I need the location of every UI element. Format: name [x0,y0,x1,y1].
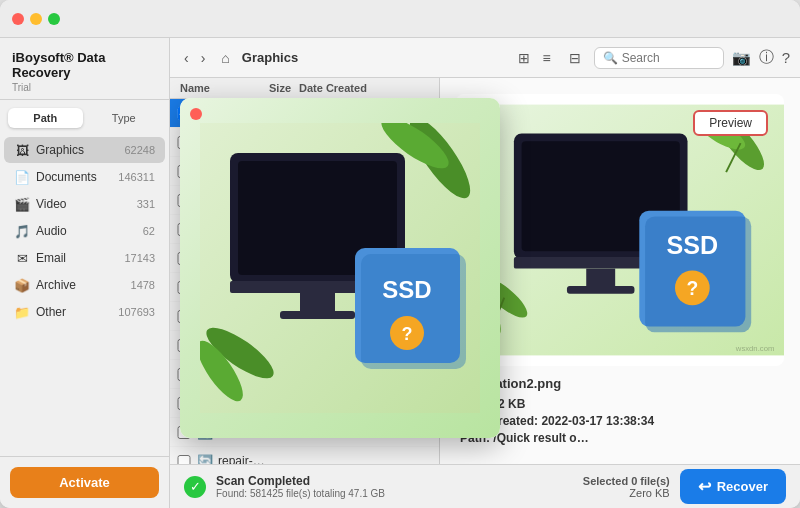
scan-complete-icon: ✓ [184,476,206,498]
date-value: 2022-03-17 13:38:34 [541,414,654,428]
svg-rect-15 [567,286,635,294]
grid-view-button[interactable]: ⊞ [513,48,535,68]
app-title: iBoysoft® Data Recovery [12,50,157,80]
forward-button[interactable]: › [197,48,210,68]
app-trial-label: Trial [12,82,157,93]
svg-text:wsxdn.com: wsxdn.com [735,344,775,353]
close-button[interactable] [12,13,24,25]
filter-button[interactable]: ⊟ [564,48,586,68]
selected-size: Zero KB [583,487,670,499]
sidebar-bottom: Activate [0,456,169,508]
archive-icon: 📦 [14,277,30,293]
titlebar [0,0,800,38]
popup-inner: SSD ? [180,98,500,438]
home-button[interactable]: ⌂ [217,48,233,68]
sidebar-count-documents: 146311 [118,171,155,183]
main-layout: iBoysoft® Data Recovery Trial Path Type … [0,38,800,508]
svg-rect-14 [586,269,615,288]
sidebar-label-documents: Documents [36,170,118,184]
sidebar-items: 🖼 Graphics 62248 📄 Documents 146311 🎬 Vi… [0,132,169,456]
scan-details: Found: 581425 file(s) totaling 47.1 GB [216,488,573,499]
preview-button[interactable]: Preview [693,110,768,136]
sidebar-item-audio[interactable]: 🎵 Audio 62 [4,218,165,244]
sidebar-tabs: Path Type [0,100,169,132]
traffic-lights [12,13,60,25]
sidebar-item-graphics[interactable]: 🖼 Graphics 62248 [4,137,165,163]
svg-text:SSD: SSD [382,276,431,303]
recover-button[interactable]: ↩ Recover [680,469,786,504]
toolbar-nav: ‹ › [180,48,209,68]
selected-count: Selected 0 file(s) [583,475,670,487]
scan-title: Scan Completed [216,474,573,488]
preview-size: Size: 12 KB [460,397,780,411]
recover-label: Recover [717,479,768,494]
sidebar-count-audio: 62 [143,225,155,237]
preview-filename: illustration2.png [460,376,780,391]
maximize-button[interactable] [48,13,60,25]
selected-info: Selected 0 file(s) Zero KB [583,475,670,499]
svg-rect-34 [280,311,355,319]
table-row[interactable]: 🔄 repair-… [170,447,439,464]
col-header-size: Size [231,82,291,94]
file-list-header: Name Size Date Created [170,78,439,99]
search-box: 🔍 [594,47,724,69]
minimize-button[interactable] [30,13,42,25]
preview-info: illustration2.png Size: 12 KB Date Creat… [456,376,784,448]
sidebar-label-archive: Archive [36,278,131,292]
audio-icon: 🎵 [14,223,30,239]
content-area: Name Size Date Created 🖼 illustration2.p… [170,78,800,464]
sidebar-item-video[interactable]: 🎬 Video 331 [4,191,165,217]
search-icon: 🔍 [603,51,618,65]
sidebar-label-other: Other [36,305,118,319]
col-header-date: Date Created [299,82,409,94]
sidebar-label-audio: Audio [36,224,143,238]
bottom-bar: ✓ Scan Completed Found: 581425 file(s) t… [170,464,800,508]
sidebar-item-email[interactable]: ✉ Email 17143 [4,245,165,271]
info-button[interactable]: ⓘ [759,48,774,67]
sidebar-count-other: 107693 [118,306,155,318]
email-icon: ✉ [14,250,30,266]
sidebar: iBoysoft® Data Recovery Trial Path Type … [0,38,170,508]
back-button[interactable]: ‹ [180,48,193,68]
file-checkbox[interactable] [176,455,192,465]
documents-icon: 📄 [14,169,30,185]
scan-info: Scan Completed Found: 581425 file(s) tot… [216,474,573,499]
help-button[interactable]: ? [782,48,790,67]
popup-illustration: SSD ? [200,123,480,413]
other-icon: 📁 [14,304,30,320]
camera-button[interactable]: 📷 [732,48,751,67]
sidebar-count-video: 331 [137,198,155,210]
file-icon: 🔄 [196,452,214,464]
recover-icon: ↩ [698,477,711,496]
preview-path: Path: /Quick result o… [460,431,780,445]
file-name: repair-… [218,454,267,464]
sidebar-label-graphics: Graphics [36,143,124,157]
svg-rect-36 [361,254,466,369]
svg-text:SSD: SSD [667,231,719,259]
activate-button[interactable]: Activate [10,467,159,498]
list-view-button[interactable]: ≡ [537,48,555,68]
sidebar-item-archive[interactable]: 📦 Archive 1478 [4,272,165,298]
sidebar-item-other[interactable]: 📁 Other 107693 [4,299,165,325]
tab-path[interactable]: Path [8,108,83,128]
main-content: ‹ › ⌂ Graphics ⊞ ≡ ⊟ 🔍 📷 ⓘ ? [170,38,800,508]
popup-close-dot[interactable] [190,108,202,120]
sidebar-count-archive: 1478 [131,279,155,291]
toolbar-location: Graphics [242,50,506,65]
app-window: iBoysoft® Data Recovery Trial Path Type … [0,0,800,508]
sidebar-label-email: Email [36,251,124,265]
search-input[interactable] [622,51,712,65]
sidebar-count-email: 17143 [124,252,155,264]
svg-text:?: ? [402,324,413,344]
sidebar-count-graphics: 62248 [124,144,155,156]
video-icon: 🎬 [14,196,30,212]
svg-text:?: ? [686,278,698,299]
sidebar-item-documents[interactable]: 📄 Documents 146311 [4,164,165,190]
sidebar-label-video: Video [36,197,137,211]
preview-date: Date Created: 2022-03-17 13:38:34 [460,414,780,428]
popup-window: SSD ? [180,98,500,438]
col-header-name: Name [180,82,231,94]
toolbar-right-icons: 📷 ⓘ ? [732,48,790,67]
tab-type[interactable]: Type [87,108,162,128]
path-value: /Quick result o… [493,431,588,445]
